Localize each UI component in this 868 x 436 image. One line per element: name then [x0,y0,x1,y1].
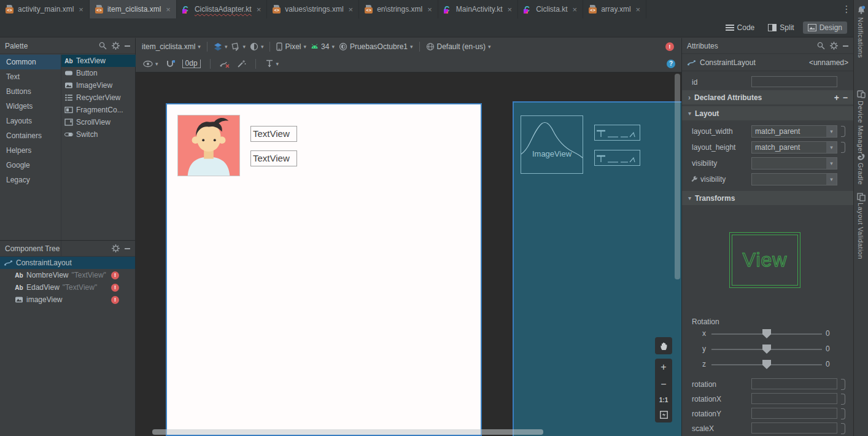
horizontal-scrollbar[interactable] [152,429,543,435]
theme-selector[interactable]: PruebasOctubre1 ▾ [339,42,413,51]
rotation-input[interactable] [751,378,837,389]
close-icon[interactable]: × [636,5,641,14]
palette-item-scrollview[interactable]: ScrollView [61,116,136,128]
hide-panel-icon[interactable] [125,248,130,249]
declared-attributes-section[interactable]: › Declared Attributes + − [682,90,854,104]
bell-icon[interactable] [857,6,866,14]
error-badge-icon[interactable]: ! [111,284,119,292]
tool-tab-device-manager[interactable]: Device Manager [857,101,864,154]
tree-item-constraintlayout[interactable]: ConstraintLayout [0,257,135,269]
id-input[interactable] [751,76,837,87]
tool-tab-notifications[interactable]: Notifications [857,17,864,58]
gear-icon[interactable] [112,244,120,252]
search-icon[interactable] [99,42,107,50]
close-icon[interactable]: × [573,5,578,14]
tool-tab-layout-validation[interactable]: Layout Validation [857,203,864,259]
infer-constraints-button[interactable] [237,60,246,68]
gear-icon[interactable] [112,42,120,50]
palette-item-fragmentcontainerview[interactable]: FragmentCo... [61,104,136,116]
tab-ciclista-kt[interactable]: C Ciclista.kt × [518,0,583,18]
gradle-icon[interactable] [857,152,866,161]
add-attribute-icon[interactable]: + [834,93,839,103]
tab-activity-main-xml[interactable]: <> activity_main.xml × [0,0,90,18]
api-level-selector[interactable]: 34 ▾ [311,42,335,51]
rotation-x-input[interactable] [751,393,837,404]
layout-validation-icon[interactable] [857,193,866,201]
tree-item-imageview[interactable]: imageView ! [0,294,135,306]
pan-button[interactable] [655,337,672,354]
slider-thumb[interactable] [762,329,771,338]
blueprint-imageview[interactable]: ImageView [521,115,583,174]
error-badge-icon[interactable]: ! [111,296,119,304]
palette-category-widgets[interactable]: Widgets [0,99,61,114]
nombre-textview[interactable]: TextView [250,126,297,142]
device-preview[interactable]: TextView TextView [166,103,482,436]
close-icon[interactable]: × [427,5,432,14]
visibility-select[interactable]: ▾ [751,157,837,169]
gear-icon[interactable] [830,42,838,50]
layout-file-selector[interactable]: item_ciclista.xml ▾ [142,42,201,51]
palette-item-button[interactable]: Button [61,67,136,79]
night-mode-selector[interactable]: ▾ [250,42,264,51]
close-icon[interactable]: × [166,5,171,14]
pack-align-button[interactable]: ▾ [265,60,279,68]
palette-item-imageview[interactable]: ImageView [61,79,136,91]
tab-item-ciclista-xml[interactable]: <> item_ciclista.xml × [90,0,177,18]
zoom-out-button[interactable]: − [661,380,666,389]
hide-panel-icon[interactable] [843,45,848,47]
autoconnect-button[interactable] [166,60,175,68]
split-mode-button[interactable]: Split [763,21,799,34]
hide-panel-icon[interactable] [125,45,130,47]
tab-array-xml[interactable]: <> array.xml × [583,0,646,18]
design-mode-button[interactable]: Design [803,21,847,34]
kebab-menu-icon[interactable]: ⋮ [841,2,852,16]
vertical-scrollbar[interactable] [675,74,680,279]
slider-thumb[interactable] [762,360,771,369]
layout-height-select[interactable]: match_parent ▾ [751,141,837,154]
tab-en-strings-xml[interactable]: <> en\strings.xml × [359,0,438,18]
error-badge-icon[interactable]: ! [111,271,119,279]
palette-item-textview[interactable]: Ab TextView [61,55,136,67]
remove-attribute-icon[interactable]: − [843,93,848,103]
tree-item-nombreview[interactable]: Ab NombreView "TextView" ! [0,269,135,281]
tools-visibility-select[interactable]: ▾ [751,173,837,185]
help-icon[interactable]: ? [667,60,675,68]
palette-category-buttons[interactable]: Buttons [0,84,61,99]
palette-category-legacy[interactable]: Legacy [0,173,61,187]
palette-item-switch[interactable]: Switch [61,128,136,141]
zoom-fit-icon[interactable] [660,411,668,419]
transforms-section[interactable]: ▾ Transforms [682,191,854,205]
edad-textview[interactable]: TextView [250,150,297,166]
close-icon[interactable]: × [257,5,262,14]
layout-errors-icon[interactable]: ! [665,42,674,51]
palette-category-helpers[interactable]: Helpers [0,143,61,158]
close-icon[interactable]: × [349,5,354,14]
zoom-in-button[interactable]: + [661,362,666,372]
design-surface-selector[interactable]: ▾ [214,43,228,51]
palette-item-recyclerview[interactable]: RecyclerView [61,91,136,104]
default-margin-selector[interactable]: 0dp [182,60,201,68]
tab-main-activity-kt[interactable]: C MainActivity.kt × [438,0,518,18]
clear-constraints-button[interactable] [220,60,230,68]
palette-category-text[interactable]: Text [0,69,61,84]
orientation-selector[interactable]: ▾ [231,42,246,51]
tool-tab-gradle[interactable]: Gradle [857,163,864,185]
slider-thumb[interactable] [762,345,771,354]
locale-selector[interactable]: Default (en-us) ▾ [426,42,491,51]
scale-x-input[interactable] [751,422,837,434]
cyclist-avatar-image[interactable] [177,115,240,176]
palette-category-google[interactable]: Google [0,158,61,173]
view-options-button[interactable]: ▾ [143,60,158,68]
close-icon[interactable]: × [79,5,83,14]
design-surface[interactable]: TextView TextView ImageView + − [136,72,681,436]
device-selector[interactable]: Pixel ▾ [276,42,306,51]
layout-width-select[interactable]: match_parent ▾ [751,125,837,138]
tab-ciclista-adapter-kt[interactable]: C CiclistaAdapter.kt × [177,0,267,18]
blueprint-nombre-textview[interactable] [594,125,640,141]
layout-section[interactable]: ▾ Layout [682,106,854,120]
tree-item-edadview[interactable]: Ab EdadView "TextView" ! [0,281,135,294]
zoom-actual-button[interactable]: 1:1 [659,397,668,403]
close-icon[interactable]: × [508,5,513,14]
tab-values-strings-xml[interactable]: <> values\strings.xml × [267,0,359,18]
rotation-y-input[interactable] [751,408,837,419]
